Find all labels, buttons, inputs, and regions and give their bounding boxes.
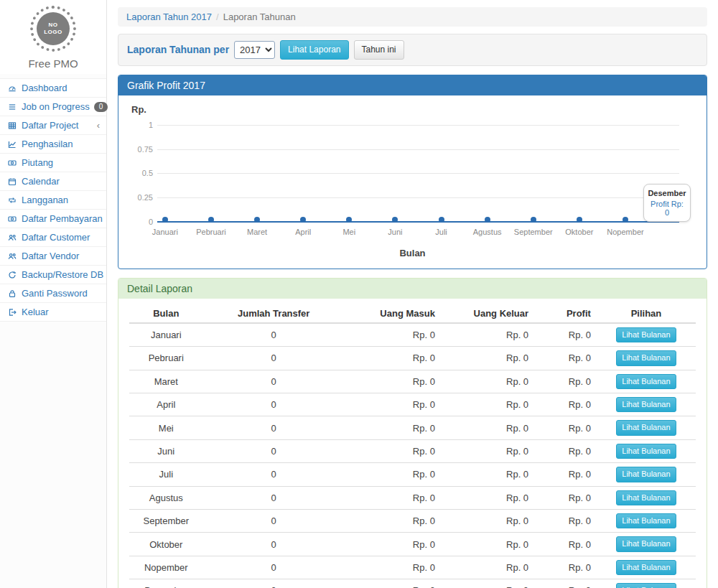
calendar-icon (6, 177, 17, 186)
y-axis-label: Rp. (131, 104, 694, 115)
sidebar-item-daftar-pembayaran[interactable]: Daftar Pembayaran (0, 210, 106, 228)
cell-jumlah-transfer: 0 (203, 347, 345, 370)
chart-panel-title: Grafik Profit 2017 (118, 75, 707, 95)
sidebar-item-label: Daftar Pembayaran (22, 213, 103, 224)
cell-uang-masuk: Rp. 0 (345, 370, 441, 393)
sidebar-item-penghasilan[interactable]: Penghasilan (0, 135, 106, 154)
sidebar-item-keluar[interactable]: Keluar (0, 303, 106, 322)
table-row-desember: Desember0Rp. 0Rp. 0Rp. 0Lihat Bulanan (129, 579, 696, 588)
detail-report-panel: Detail Laporan BulanJumlah TransferUang … (118, 278, 707, 588)
table-row-mei: Mei0Rp. 0Rp. 0Rp. 0Lihat Bulanan (129, 416, 696, 439)
sidebar-item-job-on-progress[interactable]: Job on Progress0 (0, 98, 106, 116)
cell-profit: Rp. 0 (534, 323, 597, 347)
toolbar-label: Laporan Tahunan per (127, 44, 229, 55)
sidebar-item-label: Langganan (22, 195, 68, 205)
cell-jumlah-transfer: 0 (203, 416, 345, 439)
x-tick-label: Nopember (607, 228, 643, 236)
x-tick-label: Pebruari (196, 228, 226, 236)
cell-bulan: Juli (129, 463, 203, 486)
logo-text-line1: NO (49, 22, 58, 29)
cell-bulan: Desember (129, 579, 203, 588)
column-header-bulan: Bulan (129, 304, 203, 323)
view-monthly-button-juli[interactable]: Lihat Bulanan (616, 467, 676, 482)
x-tick-label: Mei (342, 228, 355, 236)
sidebar-item-daftar-vendor[interactable]: Daftar Vendor (0, 247, 106, 266)
cell-jumlah-transfer: 0 (203, 393, 345, 416)
view-report-button[interactable]: Lihat Laporan (280, 40, 348, 60)
cell-bulan: Maret (129, 370, 203, 393)
x-tick-label: September (514, 228, 553, 236)
cell-uang-keluar: Rp. 0 (441, 439, 534, 462)
report-table-body: Januari0Rp. 0Rp. 0Rp. 0Lihat BulananPebr… (129, 323, 696, 588)
sidebar-item-label: Piutang (22, 157, 53, 168)
data-point-maret (254, 217, 260, 223)
view-monthly-button-agustus[interactable]: Lihat Bulanan (616, 490, 676, 505)
y-tick-label: 1 (129, 121, 153, 129)
chart-data-line (157, 221, 679, 223)
cell-profit: Rp. 0 (534, 486, 597, 509)
view-monthly-button-nopember[interactable]: Lihat Bulanan (616, 560, 676, 575)
cell-bulan: Nopember (129, 556, 203, 579)
cell-uang-masuk: Rp. 0 (345, 393, 441, 416)
cell-action: Lihat Bulanan (597, 393, 696, 416)
sidebar-item-label: Backup/Restore DB (22, 269, 103, 280)
chart-tooltip: Desember Profit Rp: 0 (643, 184, 691, 222)
cell-jumlah-transfer: 0 (203, 370, 345, 393)
sidebar-item-langganan[interactable]: Langganan (0, 191, 106, 210)
view-monthly-button-april[interactable]: Lihat Bulanan (616, 397, 676, 412)
cell-bulan: Agustus (129, 486, 203, 509)
year-select[interactable]: 2017 (234, 41, 275, 59)
table-row-april: April0Rp. 0Rp. 0Rp. 0Lihat Bulanan (129, 393, 696, 416)
this-year-button[interactable]: Tahun ini (354, 40, 404, 60)
sidebar-item-piutang[interactable]: Piutang (0, 154, 106, 172)
data-point-nopember (623, 217, 628, 223)
view-monthly-button-januari[interactable]: Lihat Bulanan (616, 327, 676, 342)
view-monthly-button-pebruari[interactable]: Lihat Bulanan (616, 350, 676, 365)
sidebar-item-calendar[interactable]: Calendar (0, 172, 106, 191)
column-header-pilihan: Pilihan (597, 304, 696, 323)
view-monthly-button-juni[interactable]: Lihat Bulanan (616, 444, 676, 459)
cell-jumlah-transfer: 0 (203, 579, 345, 588)
chevron-left-icon: ‹ (97, 121, 100, 130)
cell-profit: Rp. 0 (534, 579, 597, 588)
cell-uang-masuk: Rp. 0 (345, 323, 441, 347)
cell-profit: Rp. 0 (534, 509, 597, 532)
breadcrumb-link-laporan-tahun[interactable]: Laporan Tahun 2017 (126, 11, 212, 22)
view-monthly-button-desember[interactable]: Lihat Bulanan (616, 583, 676, 588)
view-monthly-button-mei[interactable]: Lihat Bulanan (616, 420, 676, 435)
brand-name: Free PMO (28, 57, 78, 70)
y-tick-label: 0.5 (129, 169, 153, 177)
cell-uang-keluar: Rp. 0 (441, 463, 534, 486)
view-monthly-button-september[interactable]: Lihat Bulanan (616, 513, 676, 528)
money-icon (6, 159, 17, 167)
chart-gridline (157, 125, 679, 126)
breadcrumb: Laporan Tahun 2017/Laporan Tahunan (118, 7, 707, 27)
data-point-juli (439, 217, 444, 223)
tasks-icon (6, 103, 17, 111)
detail-panel-title: Detail Laporan (118, 279, 707, 299)
dashboard-icon (6, 84, 17, 93)
sidebar-item-daftar-customer[interactable]: Daftar Customer (0, 228, 106, 247)
cell-uang-masuk: Rp. 0 (345, 509, 441, 532)
cell-uang-keluar: Rp. 0 (441, 509, 534, 532)
view-monthly-button-maret[interactable]: Lihat Bulanan (616, 374, 676, 389)
sidebar-item-label: Dashboard (22, 83, 67, 93)
profit-line-chart: Desember Profit Rp: 0 00.250.50.751Janua… (157, 125, 679, 222)
column-header-jumlah-transfer: Jumlah Transfer (203, 304, 345, 323)
x-tick-label: Juli (435, 228, 447, 236)
cell-bulan: Januari (129, 323, 203, 347)
sidebar-item-label: Penghasilan (22, 139, 73, 149)
view-monthly-button-oktober[interactable]: Lihat Bulanan (616, 536, 676, 551)
sidebar-item-dashboard[interactable]: Dashboard (0, 79, 106, 98)
column-header-uang-keluar: Uang Keluar (441, 304, 534, 323)
y-tick-label: 0.75 (129, 145, 153, 154)
chart-gridline (157, 197, 679, 198)
sidebar-item-backup-restore-db[interactable]: Backup/Restore DB (0, 266, 106, 284)
cell-uang-keluar: Rp. 0 (441, 556, 534, 579)
cell-bulan: Mei (129, 416, 203, 439)
sidebar-item-daftar-project[interactable]: Daftar Project‹ (0, 116, 106, 135)
cell-uang-masuk: Rp. 0 (345, 486, 441, 509)
sidebar-item-ganti-password[interactable]: Ganti Password (0, 284, 106, 303)
data-point-agustus (485, 217, 490, 223)
cell-uang-keluar: Rp. 0 (441, 347, 534, 370)
